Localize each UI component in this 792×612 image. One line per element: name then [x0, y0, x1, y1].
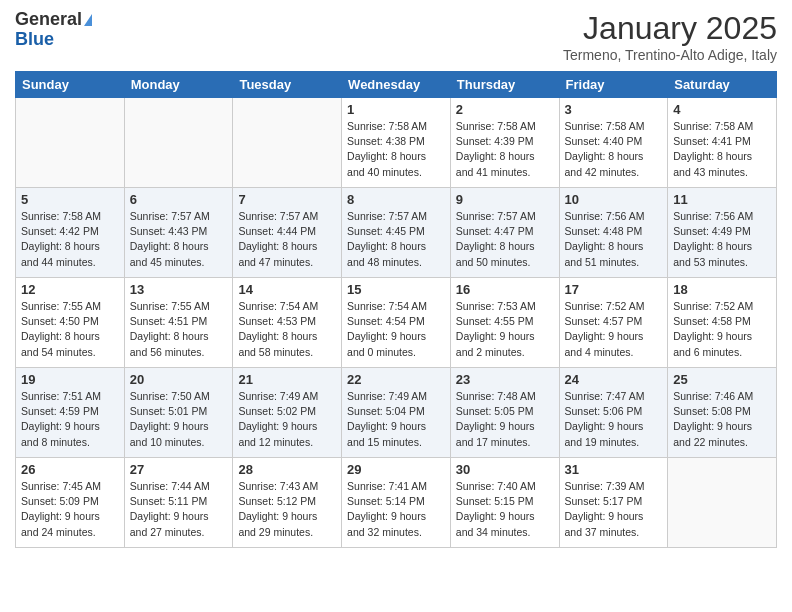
day-number: 6: [130, 192, 228, 207]
weekday-header-tuesday: Tuesday: [233, 72, 342, 98]
day-cell: 11Sunrise: 7:56 AMSunset: 4:49 PMDayligh…: [668, 188, 777, 278]
day-cell: [124, 98, 233, 188]
day-number: 7: [238, 192, 336, 207]
day-number: 2: [456, 102, 554, 117]
day-cell: [233, 98, 342, 188]
logo: General Blue: [15, 10, 92, 50]
day-info: Sunrise: 7:58 AMSunset: 4:41 PMDaylight:…: [673, 119, 771, 180]
weekday-header-thursday: Thursday: [450, 72, 559, 98]
weekday-header-row: SundayMondayTuesdayWednesdayThursdayFrid…: [16, 72, 777, 98]
weekday-header-sunday: Sunday: [16, 72, 125, 98]
day-info: Sunrise: 7:57 AMSunset: 4:45 PMDaylight:…: [347, 209, 445, 270]
day-cell: [668, 458, 777, 548]
day-cell: 12Sunrise: 7:55 AMSunset: 4:50 PMDayligh…: [16, 278, 125, 368]
day-number: 15: [347, 282, 445, 297]
day-cell: 27Sunrise: 7:44 AMSunset: 5:11 PMDayligh…: [124, 458, 233, 548]
day-cell: 25Sunrise: 7:46 AMSunset: 5:08 PMDayligh…: [668, 368, 777, 458]
day-cell: 18Sunrise: 7:52 AMSunset: 4:58 PMDayligh…: [668, 278, 777, 368]
day-cell: 22Sunrise: 7:49 AMSunset: 5:04 PMDayligh…: [342, 368, 451, 458]
day-cell: 7Sunrise: 7:57 AMSunset: 4:44 PMDaylight…: [233, 188, 342, 278]
day-cell: 2Sunrise: 7:58 AMSunset: 4:39 PMDaylight…: [450, 98, 559, 188]
day-cell: 29Sunrise: 7:41 AMSunset: 5:14 PMDayligh…: [342, 458, 451, 548]
month-title: January 2025: [563, 10, 777, 47]
day-cell: 20Sunrise: 7:50 AMSunset: 5:01 PMDayligh…: [124, 368, 233, 458]
day-info: Sunrise: 7:41 AMSunset: 5:14 PMDaylight:…: [347, 479, 445, 540]
day-number: 18: [673, 282, 771, 297]
day-info: Sunrise: 7:57 AMSunset: 4:43 PMDaylight:…: [130, 209, 228, 270]
day-number: 21: [238, 372, 336, 387]
day-info: Sunrise: 7:49 AMSunset: 5:04 PMDaylight:…: [347, 389, 445, 450]
day-cell: 10Sunrise: 7:56 AMSunset: 4:48 PMDayligh…: [559, 188, 668, 278]
day-info: Sunrise: 7:48 AMSunset: 5:05 PMDaylight:…: [456, 389, 554, 450]
day-info: Sunrise: 7:39 AMSunset: 5:17 PMDaylight:…: [565, 479, 663, 540]
day-cell: 30Sunrise: 7:40 AMSunset: 5:15 PMDayligh…: [450, 458, 559, 548]
day-info: Sunrise: 7:40 AMSunset: 5:15 PMDaylight:…: [456, 479, 554, 540]
day-info: Sunrise: 7:51 AMSunset: 4:59 PMDaylight:…: [21, 389, 119, 450]
day-number: 26: [21, 462, 119, 477]
day-number: 24: [565, 372, 663, 387]
day-cell: 4Sunrise: 7:58 AMSunset: 4:41 PMDaylight…: [668, 98, 777, 188]
day-info: Sunrise: 7:53 AMSunset: 4:55 PMDaylight:…: [456, 299, 554, 360]
day-cell: [16, 98, 125, 188]
day-number: 11: [673, 192, 771, 207]
day-number: 16: [456, 282, 554, 297]
day-cell: 15Sunrise: 7:54 AMSunset: 4:54 PMDayligh…: [342, 278, 451, 368]
day-cell: 8Sunrise: 7:57 AMSunset: 4:45 PMDaylight…: [342, 188, 451, 278]
weekday-header-friday: Friday: [559, 72, 668, 98]
day-info: Sunrise: 7:49 AMSunset: 5:02 PMDaylight:…: [238, 389, 336, 450]
day-cell: 6Sunrise: 7:57 AMSunset: 4:43 PMDaylight…: [124, 188, 233, 278]
day-cell: 3Sunrise: 7:58 AMSunset: 4:40 PMDaylight…: [559, 98, 668, 188]
day-info: Sunrise: 7:57 AMSunset: 4:44 PMDaylight:…: [238, 209, 336, 270]
weekday-header-monday: Monday: [124, 72, 233, 98]
day-number: 1: [347, 102, 445, 117]
day-info: Sunrise: 7:58 AMSunset: 4:39 PMDaylight:…: [456, 119, 554, 180]
week-row-2: 5Sunrise: 7:58 AMSunset: 4:42 PMDaylight…: [16, 188, 777, 278]
day-number: 29: [347, 462, 445, 477]
weekday-header-wednesday: Wednesday: [342, 72, 451, 98]
location-subtitle: Termeno, Trentino-Alto Adige, Italy: [563, 47, 777, 63]
day-number: 25: [673, 372, 771, 387]
day-cell: 24Sunrise: 7:47 AMSunset: 5:06 PMDayligh…: [559, 368, 668, 458]
day-cell: 9Sunrise: 7:57 AMSunset: 4:47 PMDaylight…: [450, 188, 559, 278]
day-info: Sunrise: 7:57 AMSunset: 4:47 PMDaylight:…: [456, 209, 554, 270]
day-info: Sunrise: 7:46 AMSunset: 5:08 PMDaylight:…: [673, 389, 771, 450]
day-info: Sunrise: 7:55 AMSunset: 4:51 PMDaylight:…: [130, 299, 228, 360]
day-cell: 19Sunrise: 7:51 AMSunset: 4:59 PMDayligh…: [16, 368, 125, 458]
logo-general: General: [15, 10, 82, 30]
day-cell: 23Sunrise: 7:48 AMSunset: 5:05 PMDayligh…: [450, 368, 559, 458]
day-cell: 21Sunrise: 7:49 AMSunset: 5:02 PMDayligh…: [233, 368, 342, 458]
day-number: 17: [565, 282, 663, 297]
day-number: 23: [456, 372, 554, 387]
day-info: Sunrise: 7:47 AMSunset: 5:06 PMDaylight:…: [565, 389, 663, 450]
week-row-5: 26Sunrise: 7:45 AMSunset: 5:09 PMDayligh…: [16, 458, 777, 548]
day-info: Sunrise: 7:55 AMSunset: 4:50 PMDaylight:…: [21, 299, 119, 360]
day-info: Sunrise: 7:58 AMSunset: 4:40 PMDaylight:…: [565, 119, 663, 180]
day-number: 4: [673, 102, 771, 117]
logo-blue: Blue: [15, 30, 54, 50]
day-number: 27: [130, 462, 228, 477]
day-number: 8: [347, 192, 445, 207]
day-cell: 14Sunrise: 7:54 AMSunset: 4:53 PMDayligh…: [233, 278, 342, 368]
title-block: January 2025 Termeno, Trentino-Alto Adig…: [563, 10, 777, 63]
day-number: 12: [21, 282, 119, 297]
day-number: 28: [238, 462, 336, 477]
day-number: 5: [21, 192, 119, 207]
day-info: Sunrise: 7:45 AMSunset: 5:09 PMDaylight:…: [21, 479, 119, 540]
day-info: Sunrise: 7:54 AMSunset: 4:53 PMDaylight:…: [238, 299, 336, 360]
day-number: 9: [456, 192, 554, 207]
day-cell: 26Sunrise: 7:45 AMSunset: 5:09 PMDayligh…: [16, 458, 125, 548]
day-number: 3: [565, 102, 663, 117]
calendar-table: SundayMondayTuesdayWednesdayThursdayFrid…: [15, 71, 777, 548]
day-number: 31: [565, 462, 663, 477]
day-info: Sunrise: 7:54 AMSunset: 4:54 PMDaylight:…: [347, 299, 445, 360]
day-number: 14: [238, 282, 336, 297]
day-number: 10: [565, 192, 663, 207]
day-cell: 5Sunrise: 7:58 AMSunset: 4:42 PMDaylight…: [16, 188, 125, 278]
day-info: Sunrise: 7:58 AMSunset: 4:38 PMDaylight:…: [347, 119, 445, 180]
day-info: Sunrise: 7:52 AMSunset: 4:58 PMDaylight:…: [673, 299, 771, 360]
day-info: Sunrise: 7:58 AMSunset: 4:42 PMDaylight:…: [21, 209, 119, 270]
day-info: Sunrise: 7:56 AMSunset: 4:49 PMDaylight:…: [673, 209, 771, 270]
page-header: General Blue January 2025 Termeno, Trent…: [15, 10, 777, 63]
weekday-header-saturday: Saturday: [668, 72, 777, 98]
day-info: Sunrise: 7:44 AMSunset: 5:11 PMDaylight:…: [130, 479, 228, 540]
